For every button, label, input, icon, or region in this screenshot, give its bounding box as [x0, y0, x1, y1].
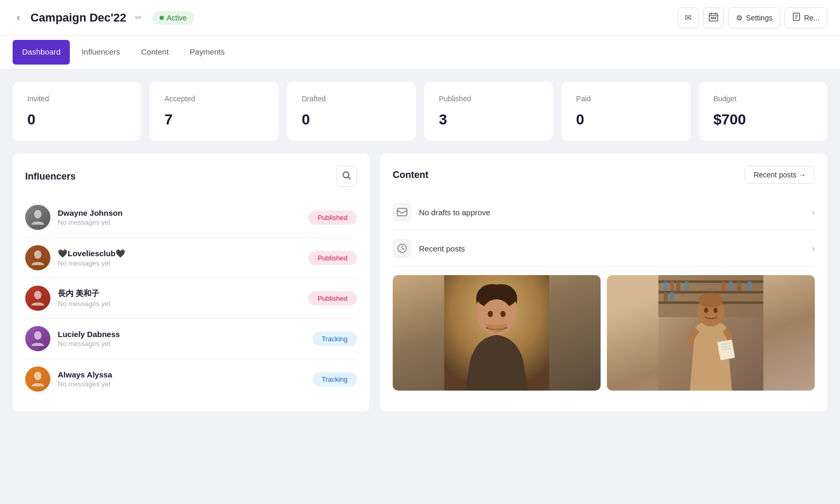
- influencers-panel-title: Influencers: [25, 171, 76, 182]
- influencer-sub: No messages yet: [58, 259, 301, 267]
- stat-label-published: Published: [439, 94, 538, 103]
- stat-label-invited: Invited: [27, 94, 127, 103]
- stat-value-drafted: 0: [302, 111, 401, 128]
- influencer-sub: No messages yet: [58, 340, 305, 348]
- edit-icon[interactable]: ✏: [135, 13, 142, 23]
- status-tag: Published: [308, 251, 357, 265]
- tab-payments[interactable]: Payments: [180, 40, 234, 65]
- svg-point-42: [698, 293, 723, 308]
- reports-icon: [792, 13, 801, 23]
- influencer-sub: No messages yet: [58, 300, 301, 308]
- svg-point-16: [34, 331, 41, 340]
- stat-label-drafted: Drafted: [302, 94, 401, 103]
- svg-line-12: [349, 177, 351, 180]
- avatar: [25, 366, 50, 392]
- content-panel-header: Content Recent posts →: [393, 166, 815, 184]
- avatar-figure: [25, 286, 50, 311]
- recent-posts-label: Recent posts →: [753, 171, 806, 179]
- stat-value-budget: $700: [713, 111, 813, 128]
- stat-card-budget: Budget $700: [699, 82, 827, 141]
- svg-rect-4: [711, 17, 712, 19]
- image-thumb-2[interactable]: [607, 275, 815, 391]
- settings-label: Settings: [746, 14, 773, 22]
- svg-rect-18: [397, 208, 407, 216]
- avatar: [25, 245, 50, 270]
- avatar-figure: [25, 205, 50, 230]
- content-row-recent[interactable]: Recent posts ›: [393, 230, 815, 267]
- list-item[interactable]: Luciely Dabness No messages yet Tracking: [25, 319, 357, 359]
- influencer-name: Luciely Dabness: [58, 330, 305, 339]
- status-badge: Active: [152, 11, 194, 25]
- tabs-bar: Dashboard Influencers Content Payments: [0, 36, 840, 69]
- influencer-info: 🖤Loveliesclub🖤 No messages yet: [58, 249, 301, 267]
- svg-point-44: [713, 308, 718, 313]
- stat-label-budget: Budget: [713, 94, 813, 103]
- panels: Influencers: [13, 153, 827, 412]
- drafts-label: No drafts to approve: [419, 208, 812, 217]
- status-label: Active: [167, 14, 187, 22]
- svg-rect-35: [721, 281, 726, 291]
- list-item[interactable]: 🖤Loveliesclub🖤 No messages yet Published: [25, 238, 357, 278]
- nav-actions: ✉ ⚙ Settings: [678, 7, 827, 28]
- back-button[interactable]: ‹: [13, 10, 24, 25]
- stat-card-accepted: Accepted 7: [150, 82, 278, 141]
- avatar: [25, 205, 50, 230]
- influencer-name: 長内 美和子: [58, 289, 301, 299]
- list-item[interactable]: Always Alyssa No messages yet Tracking: [25, 359, 357, 399]
- clock-icon: [393, 239, 412, 258]
- stat-value-paid: 0: [576, 111, 675, 128]
- influencer-info: Luciely Dabness No messages yet: [58, 330, 305, 348]
- svg-rect-31: [664, 281, 668, 291]
- arrow-icon: ›: [812, 207, 815, 218]
- status-tag: Published: [308, 291, 357, 306]
- influencer-name: Always Alyssa: [58, 370, 305, 379]
- influencer-search-button[interactable]: [336, 166, 357, 187]
- image-thumb-1[interactable]: [393, 275, 601, 391]
- content-panel-title: Content: [393, 170, 428, 181]
- svg-rect-39: [664, 292, 668, 301]
- svg-rect-37: [737, 281, 741, 291]
- influencer-name: Dwayne Johnson: [58, 208, 301, 217]
- stat-value-published: 3: [439, 111, 538, 128]
- calendar-button[interactable]: [703, 7, 724, 28]
- reports-button[interactable]: Re...: [784, 7, 827, 28]
- recent-posts-row-label: Recent posts: [419, 244, 812, 253]
- tab-dashboard[interactable]: Dashboard: [13, 40, 70, 65]
- list-item[interactable]: Dwayne Johnson No messages yet Published: [25, 197, 357, 238]
- email-button[interactable]: ✉: [678, 7, 699, 28]
- settings-icon: ⚙: [736, 14, 743, 22]
- svg-rect-5: [712, 17, 714, 19]
- status-tag: Published: [308, 211, 357, 225]
- status-dot: [160, 16, 164, 20]
- arrow-icon: ›: [812, 243, 815, 254]
- tab-content[interactable]: Content: [132, 40, 178, 65]
- tab-influencers[interactable]: Influencers: [72, 40, 129, 65]
- stat-card-published: Published 3: [424, 82, 553, 141]
- content-row-drafts[interactable]: No drafts to approve ›: [393, 194, 815, 230]
- stat-label-accepted: Accepted: [164, 94, 264, 103]
- svg-point-11: [343, 172, 349, 178]
- svg-point-14: [34, 250, 41, 259]
- svg-rect-6: [715, 17, 716, 19]
- stat-label-paid: Paid: [576, 94, 675, 103]
- avatar-figure: [25, 326, 50, 351]
- influencers-panel: Influencers: [13, 153, 370, 412]
- image-grid: [393, 275, 815, 391]
- influencer-sub: No messages yet: [58, 218, 301, 226]
- stat-value-invited: 0: [27, 111, 127, 128]
- top-navigation: ‹ Campaign Dec'22 ✏ Active ✉ ⚙: [0, 0, 840, 36]
- stat-cards: Invited 0 Accepted 7 Drafted 0 Published…: [13, 82, 827, 141]
- drafts-icon: [393, 203, 412, 222]
- settings-button[interactable]: ⚙ Settings: [728, 7, 781, 28]
- list-item[interactable]: 長内 美和子 No messages yet Published: [25, 278, 357, 319]
- influencer-info: Always Alyssa No messages yet: [58, 370, 305, 388]
- svg-rect-32: [670, 281, 674, 291]
- avatar: [25, 326, 50, 351]
- calendar-icon: [709, 12, 718, 24]
- recent-posts-button[interactable]: Recent posts →: [744, 166, 815, 184]
- influencer-name: 🖤Loveliesclub🖤: [58, 249, 301, 258]
- reports-label: Re...: [804, 14, 820, 22]
- main-content: Invited 0 Accepted 7 Drafted 0 Published…: [0, 69, 840, 424]
- svg-rect-45: [717, 340, 735, 360]
- stat-card-invited: Invited 0: [13, 82, 141, 141]
